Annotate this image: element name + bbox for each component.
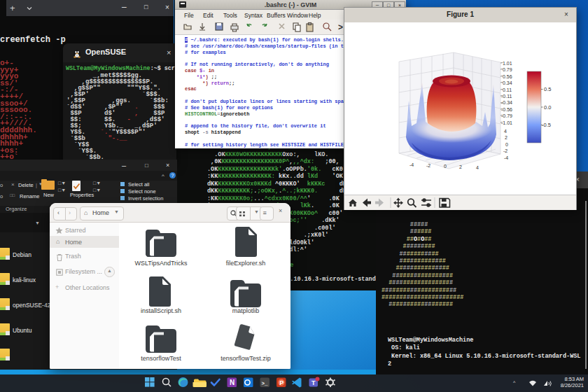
svg-text:2: 2 [505,135,507,140]
svg-text:4: 4 [476,165,479,170]
svg-text:N: N [230,379,234,386]
svg-text:-4: -4 [410,162,414,167]
svg-text:0: 0 [444,164,447,169]
svg-text:2: 2 [459,164,462,169]
svg-text:-2: -2 [426,163,430,168]
svg-text:0.0: 0.0 [544,104,551,111]
svg-text:0.56: 0.56 [503,74,512,79]
svg-text:4: 4 [504,129,507,134]
svg-text:-4: -4 [504,155,508,160]
svg-text:T: T [312,379,316,386]
svg-text:0.11: 0.11 [503,88,512,92]
svg-text:>_: >_ [262,381,269,386]
svg-text:0.5: 0.5 [544,86,551,92]
svg-text:0.34: 0.34 [503,80,512,85]
svg-text:-0.79: -0.79 [501,113,512,118]
svg-text:>: > [338,22,343,32]
svg-text:P: P [279,379,284,386]
svg-text:-0.5: -0.5 [542,122,551,128]
svg-text:1.01: 1.01 [503,61,512,66]
svg-text:-1.01: -1.01 [501,120,512,125]
svg-text:-2: -2 [503,148,507,153]
svg-text:-0.34: -0.34 [501,100,512,105]
svg-text:0.79: 0.79 [503,67,512,72]
svg-text:-0.56: -0.56 [501,107,512,112]
svg-text:0: 0 [505,142,508,147]
svg-text:-0.11: -0.11 [501,94,512,99]
